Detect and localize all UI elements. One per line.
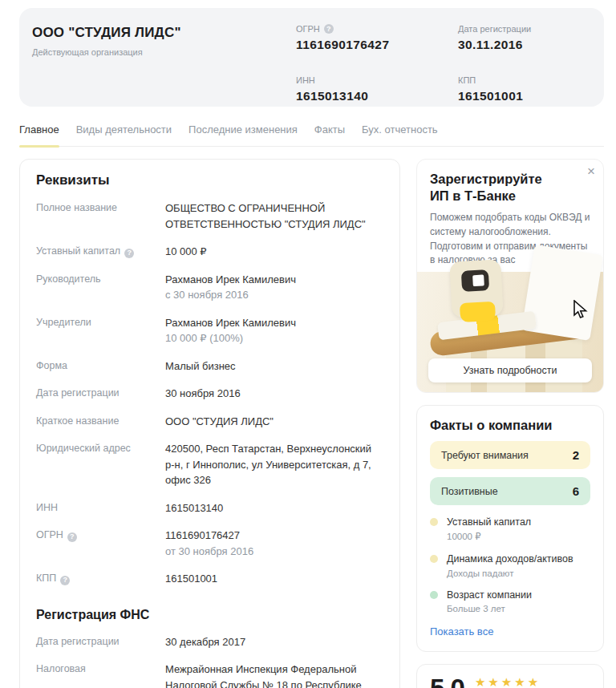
fact-subtitle: 10000 ₽ bbox=[447, 531, 531, 542]
stat-value: 161501001 bbox=[458, 89, 599, 103]
company-status: Действующая организация bbox=[32, 47, 181, 57]
value-line: 10 000 ₽ (100%) bbox=[165, 330, 383, 346]
requisite-value: 10 000 ₽ bbox=[165, 244, 383, 260]
header-stats: ОГРН?1161690176427Дата регистрации30.11.… bbox=[296, 22, 599, 107]
facts-title: Факты о компании bbox=[430, 418, 590, 433]
requisite-label: Учредители bbox=[36, 315, 152, 346]
illustration-person-badge bbox=[449, 259, 504, 318]
star-icon: ★ bbox=[475, 675, 488, 688]
fact-dot-icon bbox=[430, 591, 438, 599]
pill-label: Позитивные bbox=[441, 486, 498, 497]
fact-text: Возраст компанииБольше 3 лет bbox=[447, 589, 532, 613]
value-line: 1161690176427 bbox=[165, 528, 383, 544]
fact-dot-icon bbox=[430, 555, 438, 563]
fact-subtitle: Больше 3 лет bbox=[447, 604, 532, 613]
stat-label: ИНН bbox=[296, 75, 458, 85]
tab-bar: ГлавноеВиды деятельностиПоследние измене… bbox=[19, 123, 604, 147]
value-line: ОБЩЕСТВО С ОГРАНИЧЕННОЙ ОТВЕТСТВЕННОСТЬЮ… bbox=[165, 200, 383, 232]
company-block: ООО "СТУДИЯ ЛИДС" Действующая организаци… bbox=[32, 22, 181, 107]
page-title: ООО "СТУДИЯ ЛИДС" bbox=[32, 25, 181, 41]
value-line: 10 000 ₽ bbox=[165, 244, 383, 260]
requisite-value: ООО "СТУДИЯ ЛИДС" bbox=[165, 414, 383, 430]
requisite-row: Дата регистрации30 ноября 2016 bbox=[36, 386, 383, 402]
requisite-row: ОГРН?1161690176427от 30 ноября 2016 bbox=[36, 528, 383, 559]
requisite-row: Краткое названиеООО "СТУДИЯ ЛИДС" bbox=[36, 414, 383, 430]
close-icon[interactable]: × bbox=[587, 164, 595, 178]
show-all-link[interactable]: Показать все bbox=[430, 625, 493, 637]
help-icon[interactable]: ? bbox=[60, 576, 70, 585]
requisite-row: Юридический адрес420500, Респ Татарстан,… bbox=[36, 441, 383, 488]
value-line: Рахманов Ирек Камилевич bbox=[165, 272, 383, 288]
rating-card: 5,0 ★★★★★ Нет отзывов 3 оценки bbox=[416, 664, 604, 688]
fact-item: Динамика доходов/активовДоходы падают bbox=[430, 552, 590, 577]
fact-dot-icon bbox=[430, 518, 438, 526]
tab-последние-изменения[interactable]: Последние изменения bbox=[188, 123, 298, 146]
facts-pills: Требуют внимания2Позитивные6 bbox=[430, 441, 590, 505]
tab-главное[interactable]: Главное bbox=[19, 123, 59, 146]
pill-count: 2 bbox=[573, 448, 579, 462]
stat-value: 1615013140 bbox=[296, 89, 458, 103]
requisite-value: Рахманов Ирек Камилевич10 000 ₽ (100%) bbox=[165, 315, 383, 346]
tab-факты[interactable]: Факты bbox=[314, 123, 345, 146]
facts-items: Уставный капитал10000 ₽Динамика доходов/… bbox=[430, 516, 590, 613]
star-icon: ★ bbox=[528, 675, 541, 688]
requisites-card: Реквизиты Полное названиеОБЩЕСТВО С ОГРА… bbox=[19, 159, 400, 688]
company-header-card: ООО "СТУДИЯ ЛИДС" Действующая организаци… bbox=[19, 8, 604, 107]
requisite-label: Краткое название bbox=[36, 414, 152, 430]
facts-pill-positive[interactable]: Позитивные6 bbox=[430, 477, 590, 505]
requisite-row: Дата регистрации30 декабря 2017 bbox=[36, 634, 383, 650]
header-stat: ОГРН?1161690176427 bbox=[296, 24, 458, 55]
requisite-row: ИНН1615013140 bbox=[36, 500, 383, 516]
requisite-label: ОГРН? bbox=[36, 528, 152, 559]
requisite-value: 1615013140 bbox=[165, 500, 383, 516]
learn-more-button[interactable]: Узнать подробности bbox=[428, 358, 592, 382]
promo-title: Зарегистрируйте ИП в Т-Банке bbox=[430, 171, 590, 204]
value-line: 161501001 bbox=[165, 571, 383, 587]
requisite-row: НалоговаяМежрайонная Инспекция Федеральн… bbox=[36, 662, 383, 688]
help-icon[interactable]: ? bbox=[67, 532, 77, 542]
value-line: от 30 ноября 2016 bbox=[165, 544, 383, 560]
pill-count: 6 bbox=[573, 484, 579, 498]
requisite-label: Форма bbox=[36, 358, 152, 374]
requisite-row: ФормаМалый бизнес bbox=[36, 358, 383, 374]
requisite-row: Полное названиеОБЩЕСТВО С ОГРАНИЧЕННОЙ О… bbox=[36, 200, 383, 232]
star-icon: ★ bbox=[514, 675, 527, 688]
value-line: 420500, Респ Татарстан, Верхнеуслонский … bbox=[165, 441, 383, 488]
requisite-label: Дата регистрации bbox=[36, 634, 152, 650]
header-stat: Дата регистрации30.11.2016 bbox=[458, 24, 599, 55]
requisites-title: Реквизиты bbox=[36, 172, 383, 188]
star-rating-icons: ★★★★★ bbox=[475, 676, 578, 688]
star-icon: ★ bbox=[501, 675, 514, 688]
promo-card: × Зарегистрируйте ИП в Т-Банке Поможем п… bbox=[416, 159, 604, 393]
requisite-label: ИНН bbox=[36, 500, 152, 516]
requisite-value: Рахманов Ирек Камилевичс 30 ноября 2016 bbox=[165, 272, 383, 303]
requisite-value: 1161690176427от 30 ноября 2016 bbox=[165, 528, 383, 559]
requisite-label: КПП? bbox=[36, 571, 152, 587]
content-area: Реквизиты Полное названиеОБЩЕСТВО С ОГРА… bbox=[19, 159, 604, 688]
requisite-label: Руководитель bbox=[36, 272, 152, 303]
fact-title: Динамика доходов/активов bbox=[447, 552, 573, 565]
section-heading: Регистрация ФНС bbox=[36, 608, 383, 622]
fact-title: Возраст компании bbox=[447, 589, 532, 601]
rating-score: 5,0 bbox=[430, 675, 464, 688]
requisite-label: Налоговая bbox=[36, 662, 152, 688]
tab-виды-деятельности[interactable]: Виды деятельности bbox=[76, 123, 172, 146]
fact-text: Уставный капитал10000 ₽ bbox=[447, 516, 531, 542]
tab-бух-отчетность[interactable]: Бух. отчетность bbox=[362, 123, 438, 146]
value-line: 30 декабря 2017 bbox=[165, 634, 383, 650]
star-icon: ★ bbox=[488, 675, 500, 688]
header-stat: КПП161501001 bbox=[458, 75, 599, 107]
requisite-value: Межрайонная Инспекция Федеральной Налого… bbox=[165, 662, 383, 688]
help-icon[interactable]: ? bbox=[324, 24, 334, 34]
help-icon[interactable]: ? bbox=[124, 249, 134, 258]
value-line: 1615013140 bbox=[165, 500, 383, 516]
facts-pill-warning[interactable]: Требуют внимания2 bbox=[430, 441, 590, 469]
requisite-label: Дата регистрации bbox=[36, 386, 152, 402]
requisite-row: КПП?161501001 bbox=[36, 571, 383, 587]
facts-card: Факты о компании Требуют внимания2Позити… bbox=[416, 405, 604, 652]
requisites-sections: Полное названиеОБЩЕСТВО С ОГРАНИЧЕННОЙ О… bbox=[36, 200, 383, 688]
requisite-label: Юридический адрес bbox=[36, 441, 152, 488]
header-stat: ИНН1615013140 bbox=[296, 75, 458, 107]
pill-label: Требуют внимания bbox=[441, 450, 529, 461]
value-line: ООО "СТУДИЯ ЛИДС" bbox=[165, 414, 383, 430]
